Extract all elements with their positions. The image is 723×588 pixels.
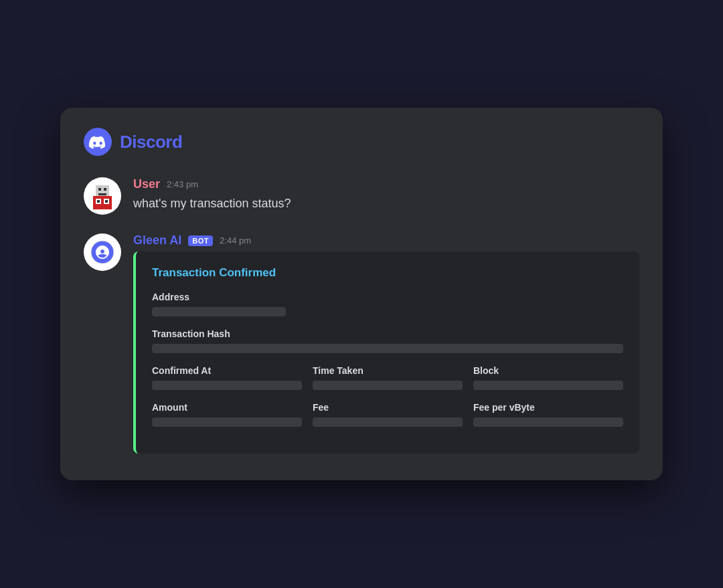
user-avatar-icon bbox=[86, 180, 118, 212]
message-list: User 2:43 pm what's my transaction statu… bbox=[84, 177, 639, 454]
bot-timestamp: 2:44 pm bbox=[220, 235, 251, 246]
txhash-field: Transaction Hash bbox=[152, 328, 623, 353]
amount-label: Amount bbox=[152, 402, 302, 413]
confirmed-at-label: Confirmed At bbox=[152, 365, 302, 376]
bot-message-content: Gleen AI BOT 2:44 pm Transaction Confirm… bbox=[133, 233, 639, 454]
address-value-bar bbox=[152, 307, 286, 316]
user-message-text: what's my transaction status? bbox=[133, 195, 639, 212]
bot-avatar bbox=[84, 233, 121, 271]
user-message-content: User 2:43 pm what's my transaction statu… bbox=[133, 177, 639, 212]
confirmed-at-field: Confirmed At bbox=[152, 365, 302, 390]
bot-message-header: Gleen AI BOT 2:44 pm bbox=[133, 233, 639, 248]
svg-rect-4 bbox=[104, 188, 106, 191]
address-field: Address bbox=[152, 292, 623, 316]
amount-bar bbox=[152, 417, 302, 427]
user-avatar bbox=[84, 177, 121, 215]
address-label: Address bbox=[152, 292, 623, 302]
svg-point-11 bbox=[91, 241, 114, 264]
svg-rect-9 bbox=[97, 200, 100, 203]
user-message-header: User 2:43 pm bbox=[133, 177, 639, 191]
confirmed-at-bar bbox=[152, 381, 302, 390]
fee-per-vbyte-bar bbox=[473, 417, 623, 427]
discord-header: Discord bbox=[84, 128, 639, 156]
user-message: User 2:43 pm what's my transaction statu… bbox=[84, 177, 639, 215]
block-bar bbox=[473, 381, 623, 390]
time-taken-label: Time Taken bbox=[313, 365, 463, 376]
discord-logo-icon bbox=[84, 128, 112, 156]
row1-fields: Confirmed At Time Taken Block bbox=[152, 365, 623, 390]
svg-rect-3 bbox=[98, 188, 101, 191]
txhash-value-bar bbox=[152, 344, 623, 353]
fee-label: Fee bbox=[313, 402, 463, 413]
amount-field: Amount bbox=[152, 402, 302, 427]
bot-username: Gleen AI bbox=[133, 233, 181, 248]
fee-per-vbyte-label: Fee per vByte bbox=[473, 402, 623, 413]
discord-logo-text: Discord bbox=[120, 132, 182, 153]
bot-badge: BOT bbox=[188, 235, 213, 246]
svg-rect-10 bbox=[105, 200, 108, 203]
time-taken-field: Time Taken bbox=[313, 365, 463, 390]
time-taken-bar bbox=[313, 381, 463, 390]
fee-per-vbyte-field: Fee per vByte bbox=[473, 402, 623, 427]
user-timestamp: 2:43 pm bbox=[167, 179, 198, 189]
fee-field: Fee bbox=[313, 402, 463, 427]
card-title: Transaction Confirmed bbox=[152, 266, 623, 280]
bot-message: Gleen AI BOT 2:44 pm Transaction Confirm… bbox=[84, 233, 639, 454]
gleen-avatar-icon bbox=[90, 240, 114, 264]
discord-window: Discord bbox=[60, 108, 663, 480]
svg-rect-5 bbox=[98, 193, 106, 195]
user-username: User bbox=[133, 177, 160, 191]
row2-fields: Amount Fee Fee per vByte bbox=[152, 402, 623, 427]
transaction-card: Transaction Confirmed Address Transactio… bbox=[133, 252, 639, 454]
txhash-label: Transaction Hash bbox=[152, 328, 623, 339]
fee-bar bbox=[313, 417, 463, 427]
block-field: Block bbox=[473, 365, 623, 390]
block-label: Block bbox=[473, 365, 623, 376]
